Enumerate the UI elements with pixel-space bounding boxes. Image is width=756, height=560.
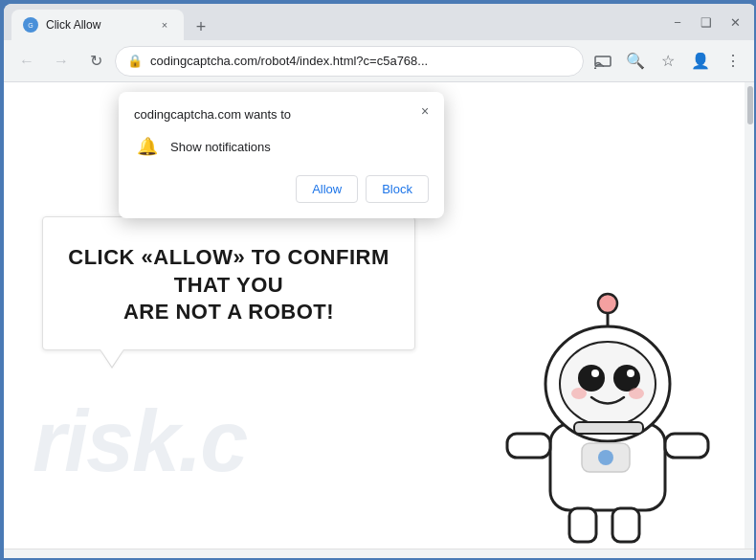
minimize-button[interactable]: − xyxy=(664,9,691,35)
tab-bar: G Click Allow × + xyxy=(11,4,656,40)
svg-point-15 xyxy=(613,365,640,392)
popup-close-button[interactable]: × xyxy=(415,101,434,121)
menu-button[interactable]: ⋮ xyxy=(718,46,748,77)
svg-point-12 xyxy=(598,294,617,313)
browser-window: G Click Allow × + − ❑ ✕ ← → ↻ 🔒 codingca… xyxy=(4,4,756,560)
svg-point-19 xyxy=(629,388,644,399)
svg-rect-8 xyxy=(612,508,639,542)
svg-rect-5 xyxy=(507,434,550,458)
close-button[interactable]: ✕ xyxy=(722,9,748,35)
popup-site-text: codingcaptcha.com wants to xyxy=(134,107,429,122)
block-button[interactable]: Block xyxy=(366,175,429,203)
notification-popup: × codingcaptcha.com wants to 🔔 Show noti… xyxy=(119,92,444,218)
search-button[interactable]: 🔍 xyxy=(620,46,651,77)
allow-button[interactable]: Allow xyxy=(296,175,358,203)
scrollbar[interactable] xyxy=(745,82,756,549)
bottom-scrollbar[interactable] xyxy=(4,549,756,560)
back-button[interactable]: ← xyxy=(11,46,42,77)
lock-icon: 🔒 xyxy=(127,54,143,68)
svg-point-3 xyxy=(594,67,596,69)
nav-actions: 🔍 ☆ 👤 ⋮ xyxy=(588,46,748,77)
title-bar: G Click Allow × + − ❑ ✕ xyxy=(4,4,756,40)
page-content: risk.c xyxy=(4,82,756,549)
cast-button[interactable] xyxy=(588,46,618,77)
maximize-button[interactable]: ❑ xyxy=(693,9,720,35)
svg-point-17 xyxy=(627,370,634,377)
bookmark-button[interactable]: ☆ xyxy=(653,46,683,77)
popup-buttons: Allow Block xyxy=(134,175,429,203)
svg-point-13 xyxy=(560,342,656,426)
svg-point-14 xyxy=(578,365,605,392)
svg-rect-6 xyxy=(665,434,708,458)
bell-icon: 🔔 xyxy=(134,133,161,160)
tab-title: Click Allow xyxy=(46,18,149,32)
captcha-main-text: CLICK «ALLOW» TO CONFIRM THAT YOU ARE NO… xyxy=(66,244,391,326)
svg-point-16 xyxy=(591,370,599,377)
robot-image xyxy=(478,280,727,549)
svg-rect-7 xyxy=(569,508,596,542)
svg-rect-20 xyxy=(574,422,643,434)
popup-permission-row: 🔔 Show notifications xyxy=(134,133,429,160)
refresh-button[interactable]: ↻ xyxy=(80,46,111,77)
address-bar[interactable]: 🔒 codingcaptcha.com/robot4/index.html?c=… xyxy=(115,46,584,77)
url-text: codingcaptcha.com/robot4/index.html?c=c5… xyxy=(150,54,571,68)
tab-favicon: G xyxy=(23,17,38,33)
captcha-text-box: CLICK «ALLOW» TO CONFIRM THAT YOU ARE NO… xyxy=(42,216,415,350)
svg-text:G: G xyxy=(28,22,33,29)
nav-bar: ← → ↻ 🔒 codingcaptcha.com/robot4/index.h… xyxy=(4,40,756,82)
profile-button[interactable]: 👤 xyxy=(685,46,716,77)
forward-button[interactable]: → xyxy=(46,46,77,77)
tab-close-button[interactable]: × xyxy=(157,17,172,33)
svg-point-22 xyxy=(598,450,613,465)
scrollbar-thumb[interactable] xyxy=(747,86,753,124)
captcha-line1: CLICK «ALLOW» TO CONFIRM THAT YOU xyxy=(68,245,389,297)
popup-permission-text: Show notifications xyxy=(170,140,271,154)
active-tab[interactable]: G Click Allow × xyxy=(11,10,184,40)
captcha-line2: ARE NOT A ROBOT! xyxy=(123,300,334,324)
new-tab-button[interactable]: + xyxy=(188,13,214,40)
svg-point-18 xyxy=(571,388,587,399)
window-controls: − ❑ ✕ xyxy=(664,9,748,35)
